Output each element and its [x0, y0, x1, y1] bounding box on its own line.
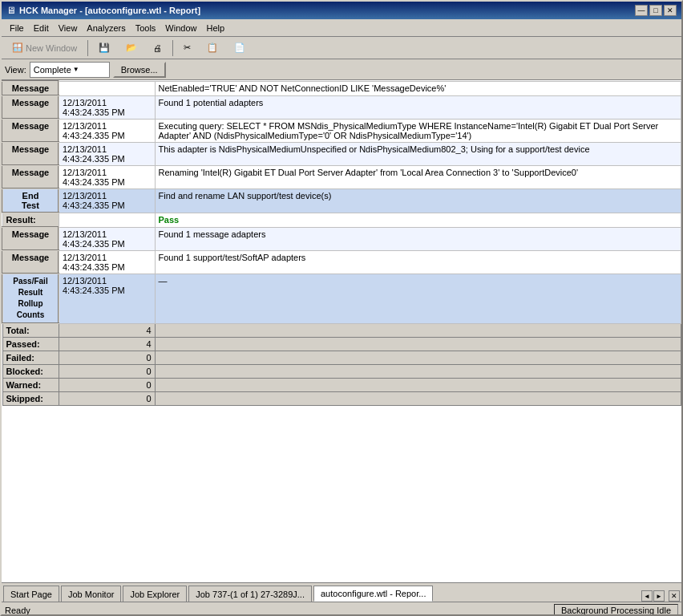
end-test-row: EndTest 12/13/20114:43:24.335 PM Find an…: [2, 188, 681, 213]
stats-skipped-label: Skipped:: [2, 392, 59, 406]
stats-failed-label: Failed:: [2, 351, 59, 365]
stats-total-value: 4: [59, 323, 155, 338]
report-scroll-area[interactable]: Message NetEnabled='TRUE' AND NOT NetCon…: [2, 80, 681, 582]
minimize-button[interactable]: —: [635, 5, 648, 16]
stats-warned-value: 0: [59, 379, 155, 392]
maximize-button[interactable]: □: [649, 5, 662, 16]
menu-bar: File Edit View Analyzers Tools Window He…: [2, 19, 681, 37]
row-message: This adapter is NdisPhysicalMediumUnspec…: [155, 142, 681, 165]
passfail-row: Pass/FailResultRollupCounts 12/13/20114:…: [2, 274, 681, 323]
row-date: 12/13/20114:43:24.335 PM: [59, 165, 155, 188]
tab-scroll-left-button[interactable]: ◄: [641, 590, 653, 602]
row-date: 12/13/20114:43:24.335 PM: [59, 95, 155, 119]
tab-bar: Start Page Job Monitor Job Explorer Job …: [2, 582, 681, 602]
close-button[interactable]: ✕: [664, 5, 677, 16]
stats-skipped-value: 0: [59, 392, 155, 406]
save-button[interactable]: 💾: [91, 39, 117, 57]
table-row: Message 12/13/20114:43:24.335 PM Found 1…: [2, 250, 681, 274]
toolbar-separator-2: [172, 40, 173, 56]
tab-nav: ◄ ► ✕: [641, 590, 680, 602]
row-date: 12/13/20114:43:24.335 PM: [59, 142, 155, 165]
row-message: Found 1 potential adapters: [155, 95, 681, 119]
row-date: 12/13/20114:43:24.335 PM: [59, 274, 155, 323]
stats-warned-label: Warned:: [2, 379, 59, 392]
window-title: HCK Manager - [autoconfigure.wtl - Repor…: [19, 6, 200, 15]
table-row: Message 12/13/20114:43:24.335 PM Found 1…: [2, 95, 681, 119]
table-row: Message 12/13/20114:43:24.335 PM Found 1…: [2, 227, 681, 250]
row-type: Message: [2, 250, 59, 274]
browse-button[interactable]: Browse...: [113, 62, 166, 78]
result-row: Result: Pass: [2, 213, 681, 227]
copy-button[interactable]: 📋: [200, 39, 225, 57]
tab-scroll-right-button[interactable]: ►: [653, 590, 665, 602]
row-date: 12/13/20114:43:24.335 PM: [59, 250, 155, 274]
result-date: [59, 213, 155, 227]
row-message: Found 1 message adapters: [155, 227, 681, 250]
stats-blocked-label: Blocked:: [2, 365, 59, 379]
new-window-button[interactable]: 🪟 New Window: [5, 39, 84, 57]
menu-view[interactable]: View: [54, 22, 83, 34]
row-date: 12/13/20114:43:24.335 PM: [59, 119, 155, 142]
content-area: Message NetEnabled='TRUE' AND NOT NetCon…: [2, 80, 681, 616]
menu-edit[interactable]: Edit: [29, 22, 54, 34]
toolbar-separator-1: [87, 40, 88, 56]
stats-blocked-row: Blocked: 0: [2, 365, 681, 379]
stats-total-label: Total:: [2, 323, 59, 338]
table-row: Message 12/13/20114:43:24.335 PM Executi…: [2, 119, 681, 142]
row-message: Find and rename LAN support/test device(…: [155, 188, 681, 213]
row-type: Pass/FailResultRollupCounts: [2, 274, 59, 323]
stats-passed-label: Passed:: [2, 338, 59, 351]
tab-job-monitor[interactable]: Job Monitor: [61, 586, 121, 602]
paste-button[interactable]: 📄: [227, 39, 253, 57]
cut-icon: ✂: [184, 43, 191, 53]
result-value: Pass: [155, 213, 681, 227]
tab-autoconfigure[interactable]: autoconfigure.wtl - Repor...: [313, 586, 433, 602]
view-dropdown[interactable]: Complete ▼: [30, 62, 110, 78]
menu-window[interactable]: Window: [160, 22, 201, 34]
cut-button[interactable]: ✂: [176, 39, 198, 57]
report-table: Message NetEnabled='TRUE' AND NOT NetCon…: [2, 80, 681, 406]
stats-skipped-row: Skipped: 0: [2, 392, 681, 406]
stats-blocked-value: 0: [59, 365, 155, 379]
table-row: Message 12/13/20114:43:24.335 PM Renamin…: [2, 165, 681, 188]
status-bar: Ready Background Processing Idle: [2, 602, 681, 616]
row-type: Message: [2, 81, 59, 95]
tab-job-explorer[interactable]: Job Explorer: [123, 586, 187, 602]
row-type: Message: [2, 227, 59, 250]
menu-file[interactable]: File: [5, 22, 29, 34]
result-label: Result:: [2, 213, 59, 227]
menu-help[interactable]: Help: [201, 22, 229, 34]
title-bar: 🖥 HCK Manager - [autoconfigure.wtl - Rep…: [2, 2, 681, 19]
main-window: 🖥 HCK Manager - [autoconfigure.wtl - Rep…: [0, 0, 683, 616]
print-icon: 🖨: [153, 43, 162, 53]
menu-tools[interactable]: Tools: [131, 22, 161, 34]
tab-job-737[interactable]: Job 737-(1 of 1) 27-3289J...: [188, 586, 312, 602]
row-date: [59, 81, 155, 95]
status-ready-label: Ready: [5, 606, 554, 615]
stats-total-row: Total: 4: [2, 323, 681, 338]
stats-passed-value: 4: [59, 338, 155, 351]
new-window-icon: 🪟: [12, 43, 23, 53]
row-date: 12/13/20114:43:24.335 PM: [59, 227, 155, 250]
row-type: Message: [2, 95, 59, 119]
view-dropdown-value: Complete: [34, 65, 71, 75]
stats-warned-row: Warned: 0: [2, 379, 681, 392]
copy-icon: 📋: [207, 43, 218, 53]
view-label: View:: [5, 65, 26, 75]
toolbar: 🪟 New Window 💾 📂 🖨 ✂ 📋 📄: [2, 37, 681, 59]
menu-analyzers[interactable]: Analyzers: [82, 22, 130, 34]
row-type: EndTest: [2, 188, 59, 213]
stats-failed-row: Failed: 0: [2, 351, 681, 365]
row-message: Executing query: SELECT * FROM MSNdis_Ph…: [155, 119, 681, 142]
tab-start-page[interactable]: Start Page: [3, 586, 59, 602]
row-message: Found 1 support/test/SoftAP adapters: [155, 250, 681, 274]
print-button[interactable]: 🖨: [146, 39, 169, 57]
status-processing-label: Background Processing Idle: [554, 604, 678, 617]
open-button[interactable]: 📂: [119, 39, 144, 57]
row-message: Renaming 'Intel(R) Gigabit ET Dual Port …: [155, 165, 681, 188]
row-type: Message: [2, 165, 59, 188]
row-message: NetEnabled='TRUE' AND NOT NetConnectionI…: [155, 81, 681, 95]
row-date: 12/13/20114:43:24.335 PM: [59, 188, 155, 213]
tab-close-button[interactable]: ✕: [669, 590, 680, 602]
row-message: —: [155, 274, 681, 323]
